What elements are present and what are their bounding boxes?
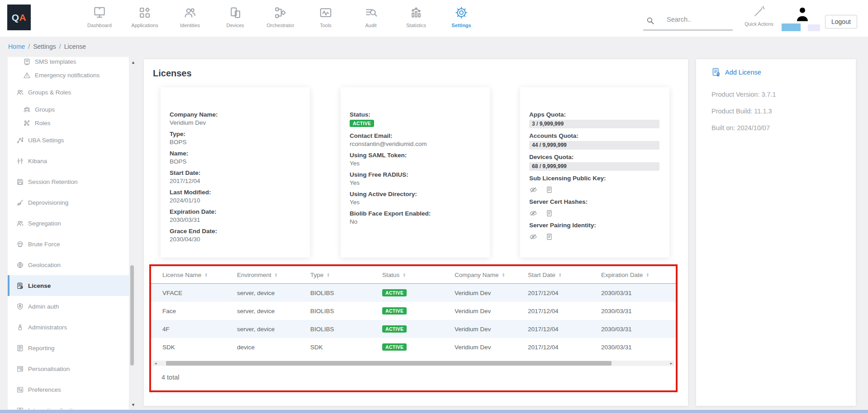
sidebar-item-segregation[interactable]: Segregation [8, 213, 129, 234]
cell-license-name: Face [162, 308, 237, 314]
sidebar-scroll-up-icon[interactable]: ▲ [131, 60, 135, 65]
cell-license-name: SDK [162, 344, 237, 351]
product-version: Product Version: 3.7.1 [711, 91, 776, 98]
language-flag-light[interactable] [808, 24, 820, 31]
column-header-company-name[interactable]: Company Name ▲▼ [455, 266, 528, 283]
sidebar-item-personalisation[interactable]: Personalisation [8, 358, 129, 379]
report-icon [16, 344, 24, 352]
secret-server-cert-hashes: Server Cert Hashes: [529, 198, 659, 217]
copy-icon[interactable] [545, 186, 553, 194]
skull-icon [16, 240, 24, 248]
secret-label: Sub Licensing Public Key: [529, 174, 659, 183]
roles-network-icon [23, 119, 31, 127]
eye-off-icon[interactable] [529, 209, 537, 217]
sort-icon: ▲▼ [403, 272, 406, 277]
nav-identities[interactable]: Identities [167, 6, 213, 28]
sidebar-item-preferences[interactable]: Preferences [8, 379, 129, 400]
nav-orchestrator[interactable]: Orchestrator [258, 6, 303, 28]
sidebar-item-label: Administrators [28, 324, 67, 331]
cell-company-name: Veridium Dev [455, 290, 528, 296]
sidebar-item-sms-templates[interactable]: SMS templates [8, 57, 129, 68]
breadcrumb-home[interactable]: Home [8, 43, 25, 50]
sidebar-scrollbar[interactable] [130, 265, 134, 366]
group-icon [23, 106, 31, 113]
scroll-right-icon[interactable]: ► [669, 361, 673, 366]
sidebar-item-deprovisioning[interactable]: Deprovisioning [8, 192, 129, 213]
field-label: Start Date: [170, 169, 300, 177]
sort-icon: ▲▼ [646, 272, 649, 277]
breadcrumb-settings[interactable]: Settings [33, 43, 56, 50]
settings-sidebar: SMS templates Emergency notifications Gr… [8, 57, 129, 409]
sidebar-item-label: Kibana [28, 158, 47, 164]
scrollbar-thumb[interactable] [166, 361, 612, 366]
eye-off-icon[interactable] [529, 186, 537, 194]
field-value: Yes [350, 160, 480, 168]
sidebar-item-geolocation[interactable]: Geolocation [8, 254, 129, 275]
nav-dashboard[interactable]: Dashboard [77, 6, 122, 28]
quick-actions-button[interactable]: Quick Actions [743, 5, 775, 27]
column-header-expiration-date[interactable]: Expiration Date ▲▼ [601, 266, 676, 283]
column-header-type[interactable]: Type ▲▼ [310, 266, 382, 283]
sidebar-item-label: Geolocation [28, 262, 61, 268]
uba-graph-icon [16, 136, 24, 144]
avatar-icon[interactable] [795, 5, 810, 23]
search-icon[interactable] [646, 16, 655, 25]
search-input[interactable] [666, 15, 731, 23]
table-horizontal-scrollbar[interactable]: ◄ ► [152, 361, 674, 366]
sidebar-item-license[interactable]: License [8, 275, 129, 296]
nav-label: Applications [131, 23, 158, 28]
sidebar-item-kibana[interactable]: Kibana [8, 150, 129, 171]
sidebar-item-roles[interactable]: Roles [8, 116, 129, 130]
sidebar-item-administrators[interactable]: Administrators [8, 317, 129, 338]
copy-icon[interactable] [545, 233, 553, 241]
eye-off-icon[interactable] [529, 233, 537, 241]
sidebar-item-reporting[interactable]: Reporting [8, 338, 129, 358]
sidebar-item-groups[interactable]: Groups [8, 103, 129, 116]
top-header: Q A Dashboard Applications Identities De… [0, 0, 868, 37]
app-logo[interactable]: Q A [7, 5, 31, 30]
table-row-sdk[interactable]: SDKdeviceSDKACTIVEVeridium Dev2017/12/04… [151, 338, 676, 356]
copy-icon[interactable] [545, 209, 553, 217]
column-header-license-name[interactable]: License Name ▲▼ [162, 266, 237, 283]
field-last-modified: Last Modified: 2024/01/10 [170, 188, 300, 205]
field-using-saml-token: Using SAML Token: Yes [350, 151, 480, 168]
sort-icon: ▲▼ [559, 272, 562, 277]
sidebar-scroll-down-icon[interactable]: ▼ [131, 403, 135, 407]
language-flag-blue[interactable] [782, 23, 801, 31]
quota-bar: 68 / 9,999,999 [529, 162, 659, 171]
sidebar-item-uba-settings[interactable]: UBA Settings [8, 130, 129, 150]
status-badge: ACTIVE [382, 343, 407, 351]
sidebar-item-session-retention[interactable]: Session Retention [8, 171, 129, 192]
scroll-left-icon[interactable]: ◄ [154, 361, 157, 366]
table-row-face[interactable]: Faceserver, deviceBIOLIBSACTIVEVeridium … [151, 302, 676, 320]
cell-status: ACTIVE [382, 325, 455, 333]
identities-icon [183, 6, 197, 19]
nav-statistics[interactable]: Statistics [394, 6, 439, 28]
nav-settings[interactable]: Settings [439, 6, 484, 28]
nav-devices[interactable]: Devices [213, 6, 258, 28]
broom-icon [16, 199, 24, 206]
table-row-vface[interactable]: VFACEserver, deviceBIOLIBSACTIVEVeridium… [151, 284, 676, 302]
quota-bar: 44 / 9,999,999 [529, 141, 659, 150]
column-header-environment[interactable]: Environment ▲▼ [237, 266, 310, 283]
column-header-start-date[interactable]: Start Date ▲▼ [528, 266, 601, 283]
cell-environment: device [237, 344, 310, 351]
nav-applications[interactable]: Applications [122, 6, 167, 28]
sidebar-item-internationalization[interactable]: Internationalization [8, 400, 129, 409]
nav-tools[interactable]: Tools [303, 6, 348, 28]
table-row-4f[interactable]: 4Fserver, deviceBIOLIBSACTIVEVeridium De… [151, 320, 676, 338]
logo-letter-a: A [19, 12, 27, 23]
logout-button[interactable]: Logout [825, 15, 857, 28]
sidebar-item-emergency-notifications[interactable]: Emergency notifications [8, 68, 129, 82]
nav-audit[interactable]: Audit [348, 6, 394, 28]
sidebar-item-groups-roles[interactable]: Groups & Roles [8, 82, 129, 103]
add-license-button[interactable]: Add License [711, 67, 761, 77]
column-header-status[interactable]: Status ▲▼ [382, 266, 455, 283]
nav-label: Statistics [406, 23, 426, 28]
field-using-free-radius: Using Free RADIUS: Yes [350, 171, 480, 187]
sidebar-item-admin-auth[interactable]: Admin auth [8, 296, 129, 317]
sidebar-item-brute-force[interactable]: Brute Force [8, 234, 129, 254]
globe-doc-icon [16, 407, 24, 410]
sidebar-item-label: Segregation [28, 220, 61, 227]
floppy-icon [16, 178, 24, 186]
